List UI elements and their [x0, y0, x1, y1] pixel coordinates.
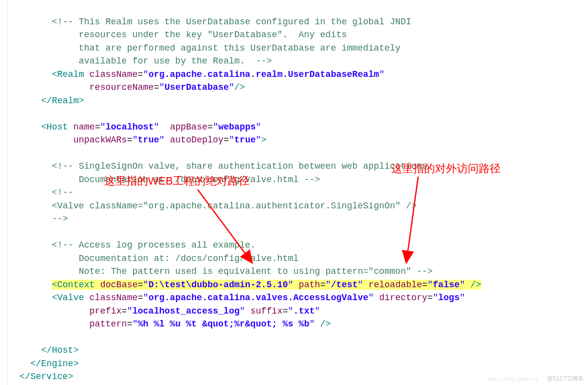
arrow-right: [0, 0, 588, 385]
svg-line-1: [406, 177, 418, 263]
annotation-right: 这里指的对外访问路径: [391, 161, 501, 176]
annotation-left: 这里指的WEB工程的绝对路径: [104, 174, 249, 189]
